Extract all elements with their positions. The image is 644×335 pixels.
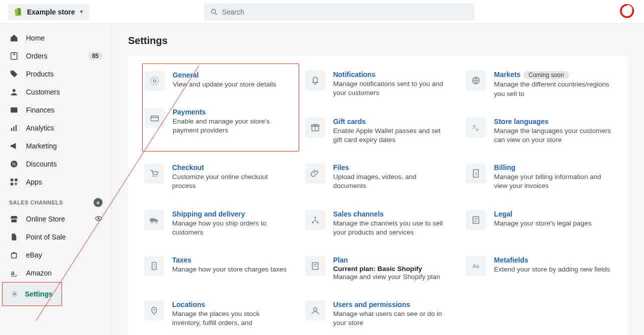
settings-card-taxes[interactable]: TaxesManage how your store charges taxes bbox=[143, 254, 291, 284]
megaphone-icon bbox=[9, 141, 19, 151]
svg-rect-21 bbox=[151, 117, 159, 118]
svg-rect-5 bbox=[11, 108, 18, 113]
search-bar[interactable] bbox=[204, 4, 474, 20]
amazon-icon: a bbox=[9, 268, 19, 278]
settings-card-general[interactable]: General View and update your store detai… bbox=[144, 69, 291, 93]
settings-card-payments[interactable]: Payments Enable and manage your store's … bbox=[144, 106, 291, 137]
card-title: Plan bbox=[333, 256, 440, 264]
main-content: Settings General View and update your st… bbox=[112, 24, 644, 335]
card-desc: Customize your online checkout process bbox=[172, 172, 290, 190]
svg-rect-13 bbox=[11, 183, 13, 186]
svg-rect-7 bbox=[14, 126, 15, 131]
settings-card-languages[interactable]: 文A Store languagesManage the languages y… bbox=[465, 116, 613, 146]
nav-analytics[interactable]: Analytics bbox=[0, 119, 112, 137]
nav-settings[interactable]: Settings bbox=[2, 282, 62, 306]
svg-point-27 bbox=[153, 176, 154, 178]
nav-label: Home bbox=[26, 34, 45, 42]
view-store-icon[interactable] bbox=[95, 214, 103, 224]
card-desc: Extend your store by adding new fields bbox=[494, 265, 610, 274]
svg-point-32 bbox=[151, 222, 153, 223]
add-channel-button[interactable]: + bbox=[94, 198, 103, 207]
nav-products[interactable]: Products bbox=[0, 65, 112, 83]
nav-label: eBay bbox=[26, 251, 42, 259]
card-desc: Enable Apple Wallet passes and set gift … bbox=[333, 126, 451, 144]
settings-card-checkout[interactable]: CheckoutCustomize your online checkout p… bbox=[143, 162, 291, 192]
gift-icon bbox=[305, 118, 325, 138]
settings-card-billing[interactable]: $ BillingManage your billing information… bbox=[465, 162, 613, 192]
shopify-logo-icon bbox=[13, 7, 23, 17]
settings-card-metafields[interactable]: Aa MetafieldsExtend your store by adding… bbox=[465, 254, 613, 284]
card-desc: Manage the different countries/regions y… bbox=[494, 80, 612, 98]
svg-text:a: a bbox=[11, 270, 15, 276]
card-desc: Manage and view your Shopify plan bbox=[333, 272, 440, 282]
nav-finances[interactable]: Finances bbox=[0, 101, 112, 119]
nav-home[interactable]: Home bbox=[0, 29, 112, 47]
orders-icon bbox=[9, 51, 19, 61]
card-title: Shipping and delivery bbox=[172, 210, 290, 218]
orders-badge: 85 bbox=[88, 52, 103, 60]
globe-icon bbox=[466, 70, 486, 90]
channel-ebay[interactable]: eBay bbox=[0, 246, 112, 264]
nav-marketing[interactable]: Marketing bbox=[0, 137, 112, 155]
highlighted-group: General View and update your store detai… bbox=[142, 64, 299, 152]
card-desc: Manage the places you stock inventory, f… bbox=[172, 310, 290, 328]
settings-card-saleschannels[interactable]: Sales channelsManage the channels you us… bbox=[304, 208, 452, 239]
nav-label: Discounts bbox=[26, 160, 57, 168]
page-title: Settings bbox=[128, 35, 628, 46]
svg-rect-8 bbox=[16, 125, 17, 131]
pos-icon bbox=[9, 232, 19, 242]
card-title: General bbox=[173, 71, 276, 79]
svg-point-28 bbox=[156, 176, 157, 178]
settings-card-files[interactable]: FilesUpload images, videos, and document… bbox=[304, 162, 452, 192]
search-input[interactable] bbox=[222, 8, 468, 16]
analytics-icon bbox=[9, 123, 19, 133]
channel-online-store[interactable]: Online Store bbox=[0, 210, 112, 228]
card-title: Checkout bbox=[172, 164, 290, 172]
attachment-icon bbox=[305, 164, 325, 184]
sidebar: Home Orders 85 Products Customers Financ… bbox=[0, 24, 112, 335]
channel-pos[interactable]: Point of Sale bbox=[0, 228, 112, 246]
cart-icon bbox=[144, 164, 164, 184]
card-title: Files bbox=[333, 164, 451, 172]
svg-rect-31 bbox=[150, 218, 155, 222]
discount-icon: % bbox=[9, 159, 19, 169]
settings-card-giftcards[interactable]: Gift cardsEnable Apple Wallet passes and… bbox=[304, 116, 452, 146]
store-switcher[interactable]: Example store ▼ bbox=[8, 4, 89, 20]
bag-icon bbox=[9, 250, 19, 260]
topbar: Example store ▼ bbox=[0, 0, 644, 24]
search-icon bbox=[210, 8, 218, 16]
card-title: Users and permissions bbox=[333, 300, 451, 308]
settings-card-shipping[interactable]: Shipping and deliveryManage how you ship… bbox=[143, 208, 291, 239]
svg-rect-12 bbox=[15, 178, 18, 181]
settings-card-locations[interactable]: LocationsManage the places you stock inv… bbox=[143, 298, 291, 330]
settings-card-plan[interactable]: PlanCurrent plan: Basic ShopifyManage an… bbox=[304, 254, 452, 284]
svg-point-39 bbox=[154, 264, 155, 265]
card-desc: Manage how you ship orders to customers bbox=[172, 219, 290, 237]
nav-orders[interactable]: Orders 85 bbox=[0, 47, 112, 65]
svg-text:Aa: Aa bbox=[473, 263, 480, 269]
nav-apps[interactable]: Apps bbox=[0, 173, 112, 191]
nav-customers[interactable]: Customers bbox=[0, 83, 112, 101]
svg-point-19 bbox=[151, 78, 159, 85]
card-title: MarketsComing soon bbox=[494, 70, 612, 79]
settings-card-users[interactable]: Users and permissionsManage what users c… bbox=[304, 298, 452, 330]
svg-text:$: $ bbox=[475, 172, 477, 176]
settings-card-notifications[interactable]: NotificationsManage notifications sent t… bbox=[304, 68, 452, 100]
settings-card-legal[interactable]: LegalManage your store's legal pages bbox=[465, 208, 613, 239]
caret-down-icon: ▼ bbox=[79, 9, 84, 14]
legal-icon bbox=[466, 210, 486, 230]
settings-card-markets[interactable]: MarketsComing soonManage the different c… bbox=[465, 68, 613, 100]
app-brand-icon bbox=[620, 4, 634, 18]
nav-discounts[interactable]: % Discounts bbox=[0, 155, 112, 173]
svg-point-0 bbox=[211, 9, 215, 13]
channel-amazon[interactable]: a Amazon bbox=[0, 264, 112, 282]
person-icon bbox=[9, 87, 19, 97]
card-desc: Manage how your store charges taxes bbox=[172, 265, 287, 274]
card-desc: Manage notifications sent to you and you… bbox=[333, 80, 451, 98]
channels-icon bbox=[305, 210, 325, 230]
card-desc: Upload images, videos, and documents bbox=[333, 172, 451, 190]
pin-icon bbox=[144, 300, 164, 320]
card-title: Sales channels bbox=[333, 210, 451, 218]
coming-soon-chip: Coming soon bbox=[523, 71, 569, 79]
card-title: Gift cards bbox=[333, 118, 451, 126]
